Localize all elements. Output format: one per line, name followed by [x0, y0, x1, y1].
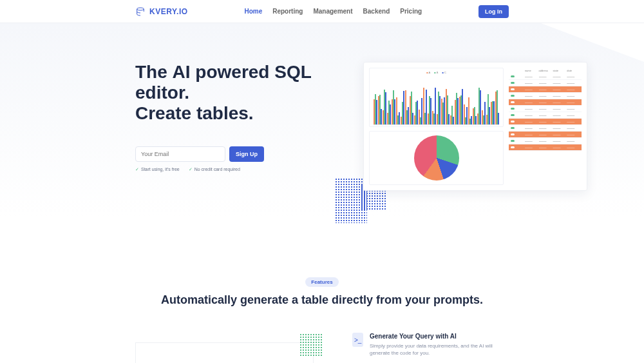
headline-line3: Create tables. [135, 103, 254, 124]
pie-chart [369, 131, 504, 185]
check-icon: ✓ [135, 167, 139, 172]
headline: The AI powered SQL editor. Create tables… [135, 62, 328, 124]
brand-text: KVERY.IO [149, 7, 188, 16]
benefit1-text: Start using, it's free [141, 167, 180, 172]
nav-reporting[interactable]: Reporting [272, 8, 303, 15]
headline-line2: editor. [135, 83, 189, 103]
mini-table: nameaddressstatedate————————————————————… [509, 68, 582, 151]
hero-text: The AI powered SQL editor. Create tables… [135, 62, 328, 191]
feature-item-1: >_ Generate Your Query with AI Simply pr… [352, 333, 509, 363]
check-icon: ✓ [189, 167, 193, 172]
benefits: ✓Start using, it's free ✓No credit card … [135, 167, 328, 172]
nav-home[interactable]: Home [244, 8, 262, 15]
headline-ai: AI [173, 62, 191, 83]
login-button[interactable]: Log In [478, 5, 509, 18]
header: KVERY.IO Home Reporting Management Backe… [0, 0, 644, 23]
logo[interactable]: KVERY.IO [135, 6, 188, 17]
hero-visual: ABC nameaddressstatedate————————————————… [354, 62, 644, 191]
terminal-icon: >_ [352, 333, 363, 347]
logo-icon [135, 6, 146, 17]
nav: Home Reporting Management Backend Pricin… [244, 8, 422, 15]
features-illustration [135, 342, 314, 363]
email-input[interactable] [135, 146, 225, 162]
benefit-1: ✓Start using, it's free [135, 167, 180, 172]
benefit2-text: No credit card required [194, 167, 240, 172]
features-title: Automatically generate a table directly … [0, 293, 644, 307]
feature1-title: Generate Your Query with AI [370, 333, 509, 340]
feature1-desc: Simply provide your data requirements, a… [370, 342, 509, 357]
headline-prefix: The [135, 62, 173, 82]
hero-section: The AI powered SQL editor. Create tables… [0, 23, 644, 217]
nav-backend[interactable]: Backend [363, 8, 390, 15]
features-list: >_ Generate Your Query with AI Simply pr… [352, 333, 509, 363]
signup-button[interactable]: Sign Up [229, 146, 264, 162]
bar-chart: ABC [369, 68, 504, 127]
dashboard-preview: ABC nameaddressstatedate————————————————… [363, 62, 587, 191]
headline-suffix: powered SQL [191, 62, 312, 82]
features-badge: Features [305, 277, 338, 287]
features-section: Features Automatically generate a table … [0, 217, 644, 363]
benefit-2: ✓No credit card required [189, 167, 240, 172]
nav-pricing[interactable]: Pricing [400, 8, 422, 15]
signup-row: Sign Up [135, 146, 328, 162]
nav-management[interactable]: Management [313, 8, 352, 15]
angle-decoration [541, 23, 644, 62]
